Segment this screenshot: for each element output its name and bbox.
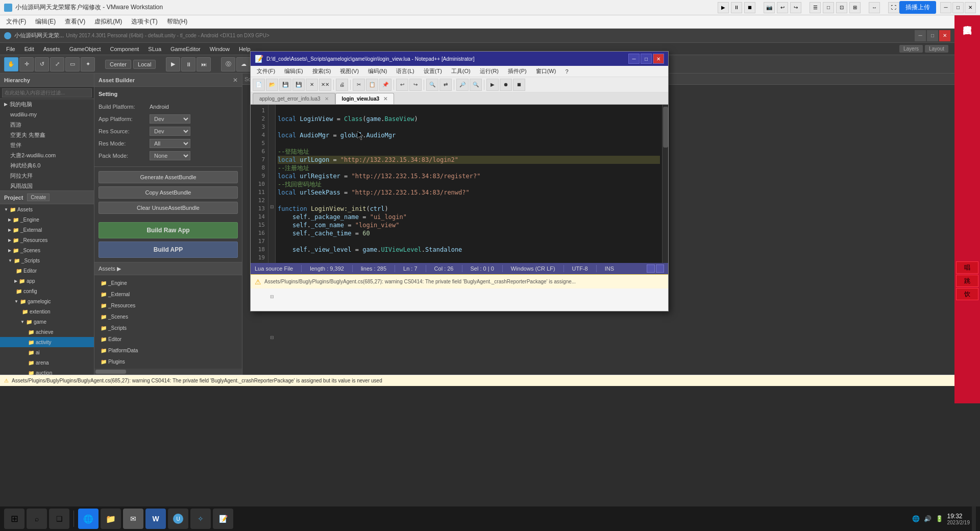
npp-tool-undo[interactable]: ↩ xyxy=(396,79,408,91)
npp-menu-encode[interactable]: 编码(N) xyxy=(364,66,391,76)
tree-auction[interactable]: 📁 auction xyxy=(0,368,94,375)
tree-editor[interactable]: 📁 Editor xyxy=(0,266,94,276)
tool-custom[interactable]: ✦ xyxy=(81,57,95,71)
npp-view-btn-1[interactable] xyxy=(647,264,655,273)
file-scenes[interactable]: 📁 _Scenes xyxy=(96,311,240,322)
deco-btn-3[interactable]: 饮 xyxy=(956,288,978,300)
res-source-dropdown[interactable]: Dev Release xyxy=(150,127,190,136)
tray-volume-icon[interactable]: 🔊 xyxy=(924,515,932,522)
file-platformdata[interactable]: 📁 PlatformData xyxy=(96,345,240,356)
npp-menu-plugins[interactable]: 插件(P) xyxy=(504,66,531,76)
hier-item-7[interactable]: 风雨战国 xyxy=(0,181,94,191)
tree-achieve[interactable]: 📁 achieve xyxy=(0,327,94,337)
vm-toolbar-btn6[interactable]: ⊡ xyxy=(836,2,847,13)
deco-btn-1[interactable]: 唱 xyxy=(956,261,978,274)
npp-menu-run[interactable]: 运行(R) xyxy=(476,66,503,76)
npp-tool-closeall[interactable]: ✕✕ xyxy=(319,79,331,91)
deco-btn-2[interactable]: 跳 xyxy=(956,275,978,287)
npp-tool-open[interactable]: 📂 xyxy=(266,79,278,91)
tree-game[interactable]: ▼ 📁 game xyxy=(0,317,94,327)
tool-move[interactable]: ✛ xyxy=(19,57,34,71)
vm-menu-help[interactable]: 帮助(H) xyxy=(163,16,192,27)
npp-tool-zoomout[interactable]: 🔍 xyxy=(470,79,482,91)
hier-item-2[interactable]: 空更夫 先整鑫 xyxy=(0,130,94,140)
npp-tab-2[interactable]: login_view.lua3 ✕ xyxy=(335,93,395,104)
fold-29[interactable]: ⊟ xyxy=(268,333,275,342)
tool-rect[interactable]: ▭ xyxy=(65,57,80,71)
vm-upload-btn[interactable]: 插播上传 xyxy=(899,1,936,14)
vm-toolbar-btn-pause[interactable]: ⏸ xyxy=(731,2,742,13)
hier-item-0[interactable]: wudiliu-my xyxy=(0,109,94,119)
layout-dropdown[interactable]: Layout xyxy=(925,45,948,53)
tree-extention[interactable]: 📁 extention xyxy=(0,306,94,317)
npp-menu-settings[interactable]: 设置(T) xyxy=(420,66,446,76)
vm-toolbar-btn-stop[interactable]: ⏹ xyxy=(744,2,755,13)
npp-tool-find[interactable]: 🔍 xyxy=(426,79,438,91)
asset-builder-close-btn[interactable]: ✕ xyxy=(233,77,238,84)
vm-toolbar-btn3[interactable]: ↪ xyxy=(790,2,801,13)
tree-arena[interactable]: 📁 arena xyxy=(0,357,94,368)
npp-tool-paste[interactable]: 📌 xyxy=(379,79,391,91)
file-plugins[interactable]: 📁 Plugins xyxy=(96,356,240,367)
unity-close-btn[interactable]: ✕ xyxy=(939,30,950,41)
search-btn[interactable]: ⌕ xyxy=(27,509,47,529)
unity-maximize-btn[interactable]: □ xyxy=(927,30,938,41)
vm-menu-edit[interactable]: 编辑(E) xyxy=(31,16,60,27)
hier-item-1[interactable]: 西游 xyxy=(0,119,94,130)
file-resources[interactable]: 📁 _Resources xyxy=(96,300,240,311)
npp-tool-replace[interactable]: ⇄ xyxy=(439,79,452,91)
npp-tool-copy[interactable]: 📋 xyxy=(366,79,378,91)
npp-tool-close[interactable]: ✕ xyxy=(306,79,318,91)
npp-tool-print[interactable]: 🖨 xyxy=(336,79,348,91)
tray-battery-icon[interactable]: 🔋 xyxy=(936,515,943,522)
npp-tool-record[interactable]: ⏺ xyxy=(500,79,512,91)
hier-item-5[interactable]: 神武经典6.0 xyxy=(0,160,94,171)
vm-maximize-btn[interactable]: □ xyxy=(952,2,964,13)
build-raw-app-btn[interactable]: Build Raw App xyxy=(99,222,238,238)
npp-menu-help[interactable]: ? xyxy=(561,67,572,76)
npp-maximize-btn[interactable]: □ xyxy=(641,54,652,64)
npp-menu-view[interactable]: 视图(V) xyxy=(336,66,363,76)
npp-menu-file[interactable]: 文件(F) xyxy=(253,66,279,76)
tree-scripts[interactable]: ▼ 📁 _Scripts xyxy=(0,255,94,266)
pause-btn[interactable]: ⏸ xyxy=(181,57,195,71)
file-editor-folder[interactable]: 📁 Editor xyxy=(96,333,240,345)
npp-tool-macro[interactable]: ▶ xyxy=(486,79,499,91)
tool-hand[interactable]: ✋ xyxy=(4,57,18,71)
generate-assetbundle-btn[interactable]: Generate AssetBundle xyxy=(99,171,238,183)
tree-gamelogic[interactable]: ▼ 📁 gamelogic xyxy=(0,296,94,306)
npp-tab-2-close[interactable]: ✕ xyxy=(383,96,387,102)
hierarchy-search-input[interactable] xyxy=(2,88,92,98)
npp-close-btn[interactable]: ✕ xyxy=(653,54,664,64)
tool-scale[interactable]: ⤢ xyxy=(50,57,64,71)
npp-menu-edit[interactable]: 编辑(E) xyxy=(280,66,307,76)
fold-24[interactable]: ⊟ xyxy=(268,293,275,301)
file-external[interactable]: 📁 _External xyxy=(96,288,240,300)
unity-minimize-btn[interactable]: ─ xyxy=(915,30,926,41)
npp-view-btn-2[interactable] xyxy=(656,264,664,273)
npp-menu-tools[interactable]: 工具(O) xyxy=(447,66,475,76)
hier-item-4[interactable]: 大唐2-wudiliu.com xyxy=(0,150,94,160)
vm-menu-view[interactable]: 查看(V) xyxy=(61,16,89,27)
clear-assetbundle-btn[interactable]: Clear UnuseAssetBundle xyxy=(99,202,238,214)
word-btn[interactable]: W xyxy=(145,509,166,529)
build-app-btn[interactable]: Build APP xyxy=(99,242,238,258)
npp-menu-window[interactable]: 窗口(W) xyxy=(532,66,560,76)
unity-taskbtn[interactable]: U xyxy=(168,509,188,529)
vm-toolbar-btn8[interactable]: ↔ xyxy=(869,2,880,13)
file-engine[interactable]: 📁 _Engine xyxy=(96,277,240,288)
mail-btn[interactable]: ✉ xyxy=(123,509,143,529)
vm-toolbar-btn1[interactable]: 📷 xyxy=(764,2,775,13)
npp-menu-search[interactable]: 搜索(S) xyxy=(308,66,335,76)
unity-menu-assets[interactable]: Assets xyxy=(39,45,64,53)
npp-tool-new[interactable]: 📄 xyxy=(253,79,265,91)
vm-toolbar-btn-play[interactable]: ▶ xyxy=(718,2,729,13)
vm-menu-tab[interactable]: 选项卡(T) xyxy=(127,16,161,27)
unity-menu-comp[interactable]: Component xyxy=(106,45,143,53)
vm-toolbar-btn7[interactable]: ⊞ xyxy=(849,2,861,13)
npp-tab-1-close[interactable]: ✕ xyxy=(325,96,329,102)
tray-network-icon[interactable]: 🌐 xyxy=(912,515,920,522)
code-area[interactable]: local LoginView = Class(game.BaseView) l… xyxy=(276,105,662,263)
app-platform-dropdown[interactable]: Dev Release xyxy=(150,114,190,124)
pack-mode-dropdown[interactable]: None Auto xyxy=(150,151,190,160)
